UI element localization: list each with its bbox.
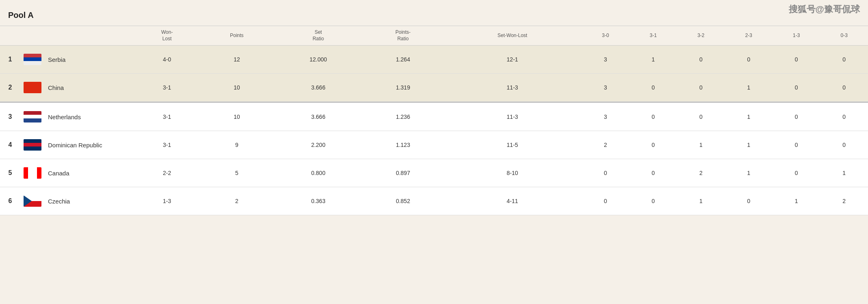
col-header-3-0: 3-0 — [582, 26, 629, 46]
cell-s23: 0 — [725, 46, 773, 74]
flag-canada — [24, 167, 41, 179]
cell-s30: 0 — [582, 159, 629, 187]
cell-s31: 0 — [629, 74, 677, 102]
col-header-3-2: 3-2 — [677, 26, 725, 46]
cell-name: Serbia — [45, 46, 134, 74]
cell-points_ratio: 1.123 — [363, 131, 443, 159]
cell-points: 10 — [200, 74, 274, 102]
cell-s13: 0 — [773, 131, 820, 159]
cell-rank: 6 — [0, 187, 20, 215]
cell-set_ratio: 0.800 — [273, 159, 362, 187]
col-header-name — [45, 26, 134, 46]
cell-rank: 4 — [0, 131, 20, 159]
cell-name: Dominican Republic — [45, 131, 134, 159]
cell-s31: 0 — [629, 159, 677, 187]
table-row: 3Netherlands3-1103.6661.23611-3300100 — [0, 103, 868, 131]
cell-s13: 0 — [773, 159, 820, 187]
cell-s30: 2 — [582, 131, 629, 159]
cell-name: Canada — [45, 159, 134, 187]
cell-s31: 0 — [629, 131, 677, 159]
cell-won_lost: 2-2 — [134, 159, 200, 187]
cell-name: Czechia — [45, 187, 134, 215]
table-row: 6Czechia1-320.3630.8524-11001012 — [0, 187, 868, 215]
cell-flag — [20, 159, 45, 187]
cell-s32: 1 — [677, 131, 725, 159]
cell-s30: 3 — [582, 74, 629, 102]
cell-won_lost: 3-1 — [134, 131, 200, 159]
cell-rank: 2 — [0, 74, 20, 102]
cell-set_won_lost: 11-5 — [443, 131, 582, 159]
cell-s32: 1 — [677, 187, 725, 215]
standings-table: Won-Lost Points SetRatio Points-Ratio Se… — [0, 26, 868, 215]
col-header-flag — [20, 26, 45, 46]
col-header-points-ratio: Points-Ratio — [363, 26, 443, 46]
cell-points_ratio: 0.852 — [363, 187, 443, 215]
col-header-0-3: 0-3 — [820, 26, 868, 46]
cell-s31: 1 — [629, 46, 677, 74]
cell-won_lost: 3-1 — [134, 103, 200, 131]
flag-netherlands — [24, 111, 41, 122]
cell-s03: 0 — [820, 103, 868, 131]
cell-s13: 0 — [773, 103, 820, 131]
cell-points: 10 — [200, 103, 274, 131]
cell-points: 2 — [200, 187, 274, 215]
pool-container: Pool A 搜狐号@豫哥侃球 Won-Lost Points SetRatio… — [0, 0, 868, 222]
cell-s23: 1 — [725, 74, 773, 102]
cell-set_won_lost: 12-1 — [443, 46, 582, 74]
cell-s13: 0 — [773, 46, 820, 74]
cell-s30: 3 — [582, 46, 629, 74]
cell-s03: 1 — [820, 159, 868, 187]
cell-s31: 0 — [629, 103, 677, 131]
table-row: 5Canada2-250.8000.8978-10002101 — [0, 159, 868, 187]
cell-s23: 0 — [725, 187, 773, 215]
cell-s32: 0 — [677, 103, 725, 131]
col-header-set-ratio: SetRatio — [273, 26, 362, 46]
flag-china — [24, 82, 41, 93]
cell-rank: 5 — [0, 159, 20, 187]
cell-set_ratio: 3.666 — [273, 103, 362, 131]
cell-s30: 3 — [582, 103, 629, 131]
cell-s32: 0 — [677, 46, 725, 74]
table-row: 1Serbia4-01212.0001.26412-1310000 — [0, 46, 868, 74]
cell-s23: 1 — [725, 159, 773, 187]
watermark: 搜狐号@豫哥侃球 — [789, 3, 860, 15]
cell-set_ratio: 12.000 — [273, 46, 362, 74]
cell-flag — [20, 103, 45, 131]
pool-title: Pool A — [0, 7, 868, 26]
cell-set_won_lost: 11-3 — [443, 74, 582, 102]
col-header-set-won-lost: Set-Won-Lost — [443, 26, 582, 46]
flag-dominican — [24, 139, 41, 151]
col-header-2-3: 2-3 — [725, 26, 773, 46]
cell-flag — [20, 74, 45, 102]
col-header-won-lost: Won-Lost — [134, 26, 200, 46]
cell-flag — [20, 46, 45, 74]
cell-s32: 2 — [677, 159, 725, 187]
cell-s31: 0 — [629, 187, 677, 215]
cell-s13: 1 — [773, 187, 820, 215]
cell-set_ratio: 0.363 — [273, 187, 362, 215]
cell-flag — [20, 131, 45, 159]
cell-points: 9 — [200, 131, 274, 159]
cell-rank: 3 — [0, 103, 20, 131]
header-row: Won-Lost Points SetRatio Points-Ratio Se… — [0, 26, 868, 46]
cell-set_won_lost: 4-11 — [443, 187, 582, 215]
flag-czechia — [24, 195, 41, 207]
cell-set_won_lost: 11-3 — [443, 103, 582, 131]
cell-s23: 1 — [725, 103, 773, 131]
cell-won_lost: 3-1 — [134, 74, 200, 102]
col-header-rank — [0, 26, 20, 46]
flag-serbia — [24, 54, 41, 65]
cell-s03: 0 — [820, 46, 868, 74]
cell-points_ratio: 0.897 — [363, 159, 443, 187]
cell-set_ratio: 2.200 — [273, 131, 362, 159]
cell-flag — [20, 187, 45, 215]
cell-name: China — [45, 74, 134, 102]
cell-s03: 0 — [820, 131, 868, 159]
cell-name: Netherlands — [45, 103, 134, 131]
cell-points_ratio: 1.236 — [363, 103, 443, 131]
cell-won_lost: 4-0 — [134, 46, 200, 74]
cell-won_lost: 1-3 — [134, 187, 200, 215]
cell-points: 12 — [200, 46, 274, 74]
cell-s30: 0 — [582, 187, 629, 215]
cell-s03: 2 — [820, 187, 868, 215]
